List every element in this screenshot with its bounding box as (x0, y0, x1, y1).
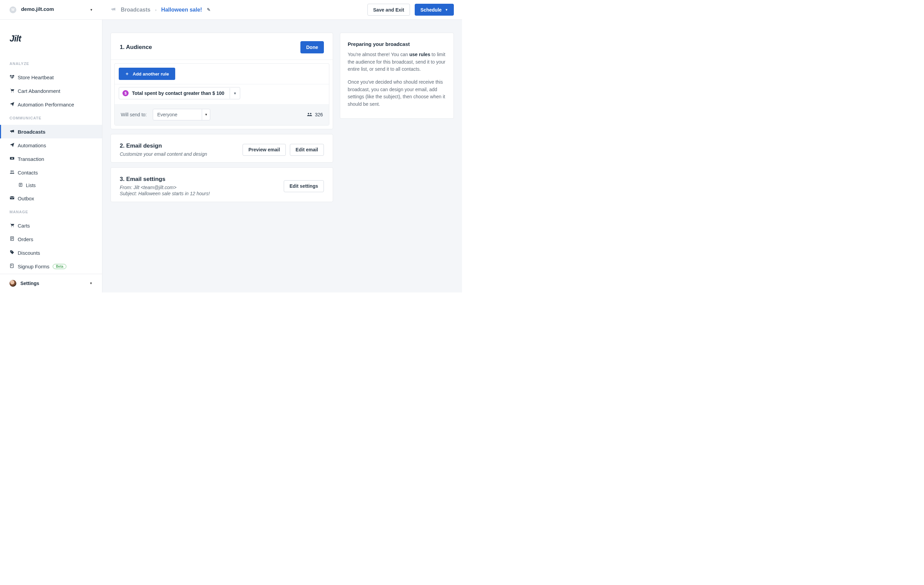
chevron-down-icon[interactable]: ▼ (229, 88, 240, 99)
sidebar-footer[interactable]: Settings ▼ (0, 274, 102, 292)
breadcrumb: Broadcasts › Halloween sale! (111, 7, 211, 13)
sidebar-item-signup-forms[interactable]: Signup Forms Beta (0, 259, 102, 273)
svg-point-5 (12, 170, 13, 172)
preview-email-button[interactable]: Preview email (243, 144, 286, 156)
done-button[interactable]: Done (300, 41, 324, 53)
broadcast-icon (111, 7, 116, 13)
section-analyze: ANALYZE (0, 61, 102, 66)
breadcrumb-current[interactable]: Halloween sale! (161, 7, 202, 13)
sidebar-item-label: Store Heartbeat (18, 74, 54, 80)
edit-settings-button[interactable]: Edit settings (284, 180, 324, 192)
sidebar-item-label: Broadcasts (18, 129, 46, 135)
sidebar-item-label: Automations (18, 142, 46, 148)
heartbeat-icon (10, 74, 18, 80)
svg-point-1 (13, 92, 13, 92)
audience-rules-top: ＋ Add another rule (115, 64, 329, 84)
email-settings-subject: Subject: Halloween sale starts in 12 hou… (120, 191, 210, 196)
schedule-label: Schedule (421, 7, 442, 13)
people-icon (10, 170, 18, 176)
send-icon (10, 142, 18, 148)
save-exit-button[interactable]: Save and Exit (368, 4, 410, 16)
tag-icon (10, 250, 18, 256)
svg-point-11 (11, 226, 12, 227)
sidebar-item-broadcasts[interactable]: Broadcasts (0, 125, 102, 138)
shop-avatar: W (10, 7, 16, 13)
logo: Jilt (0, 33, 102, 44)
sidebar-item-lists[interactable]: Lists (0, 179, 102, 191)
main-column: 1. Audience Done ＋ Add another rule (111, 33, 333, 202)
count-number: 326 (315, 112, 323, 117)
layout: Jilt ANALYZE Store Heartbeat Cart Abando… (0, 20, 462, 292)
caret-down-icon: ▼ (202, 109, 210, 120)
plus-icon: ＋ (125, 71, 129, 77)
send-row: Will send to: Everyone ▼ 326 (115, 104, 329, 125)
bullhorn-icon (10, 129, 18, 135)
sidebar-item-label: Transaction (18, 156, 44, 162)
shop-name: demo.jilt.com (21, 6, 54, 12)
shop-switcher[interactable]: W demo.jilt.com ▼ (0, 0, 102, 20)
money-icon (10, 156, 18, 162)
email-design-header: 2. Email design Customize your email con… (111, 134, 333, 162)
audience-header: 1. Audience Done (111, 33, 333, 60)
email-settings-title: 3. Email settings (120, 176, 210, 183)
svg-point-4 (10, 170, 12, 172)
sidebar-item-orders[interactable]: Orders (0, 232, 102, 246)
svg-point-12 (13, 226, 13, 227)
schedule-button[interactable]: Schedule ▼ (415, 4, 454, 16)
email-settings-from: From: Jilt <team@jilt.com> (120, 185, 210, 190)
add-rule-button[interactable]: ＋ Add another rule (119, 68, 175, 80)
caret-down-icon: ▼ (89, 282, 92, 285)
sidebar-item-discounts[interactable]: Discounts (0, 246, 102, 259)
help-paragraph-2: Once you've decided who should receive t… (340, 79, 454, 114)
breadcrumb-root[interactable]: Broadcasts (121, 7, 150, 13)
pencil-icon[interactable] (207, 7, 211, 12)
sidebar-item-label: Automation Performance (18, 102, 74, 107)
add-rule-label: Add another rule (133, 71, 169, 76)
topbar-right: Broadcasts › Halloween sale! Save and Ex… (102, 4, 462, 16)
edit-email-button[interactable]: Edit email (290, 144, 324, 156)
sidebar-item-label: Orders (18, 236, 33, 242)
audience-count: 326 (307, 112, 323, 117)
mail-icon (10, 195, 18, 201)
svg-point-21 (307, 113, 309, 114)
sidebar-item-transaction[interactable]: Transaction (0, 152, 102, 166)
topbar-actions: Save and Exit Schedule ▼ (368, 4, 454, 16)
rule-chip[interactable]: $ Total spent by contact greater than $ … (119, 87, 240, 99)
sidebar-item-automations[interactable]: Automations (0, 138, 102, 152)
help-paragraph-1: You're almost there! You can use rules t… (340, 51, 454, 79)
send-select[interactable]: Everyone ▼ (153, 109, 210, 120)
topbar: W demo.jilt.com ▼ Broadcasts › Halloween… (0, 0, 462, 20)
sidebar-item-automation-performance[interactable]: Automation Performance (0, 97, 102, 111)
sidebar-item-label: Discounts (18, 250, 40, 256)
beta-badge: Beta (53, 264, 66, 269)
rule-type-icon: $ (122, 90, 129, 96)
sidebar-item-outbox[interactable]: Outbox (0, 191, 102, 205)
sidebar-item-label: Signup Forms (18, 264, 50, 269)
sidebar-item-label: Carts (18, 223, 30, 229)
sidebar: Jilt ANALYZE Store Heartbeat Cart Abando… (0, 20, 102, 292)
sidebar-item-contacts[interactable]: Contacts (0, 166, 102, 179)
sidebar-item-cart-abandonment[interactable]: Cart Abandonment (0, 84, 102, 97)
chevron-right-icon: › (155, 8, 157, 12)
email-design-card: 2. Email design Customize your email con… (111, 134, 333, 163)
caret-down-icon: ▼ (445, 8, 448, 12)
orders-icon (10, 236, 18, 242)
settings-label: Settings (20, 280, 39, 286)
audience-rules-frame: ＋ Add another rule $ Total spent by cont… (114, 63, 329, 125)
cart-icon (10, 88, 18, 94)
rule-text: Total spent by contact greater than $ 10… (132, 91, 224, 96)
send-icon (10, 101, 18, 107)
help-card: Preparing your broadcast You're almost t… (340, 33, 454, 119)
email-design-sub: Customize your email content and design (120, 152, 207, 157)
side-column: Preparing your broadcast You're almost t… (340, 33, 454, 119)
email-design-title: 2. Email design (120, 142, 207, 149)
sidebar-item-label: Outbox (18, 196, 34, 201)
svg-rect-10 (10, 196, 14, 199)
sidebar-item-carts[interactable]: Carts (0, 219, 102, 232)
sidebar-item-label: Cart Abandonment (18, 88, 60, 94)
rule-row: $ Total spent by contact greater than $ … (115, 84, 329, 104)
caret-down-icon: ▼ (90, 8, 93, 12)
send-value: Everyone (153, 109, 202, 120)
sidebar-item-store-heartbeat[interactable]: Store Heartbeat (0, 71, 102, 84)
form-icon (10, 263, 18, 269)
